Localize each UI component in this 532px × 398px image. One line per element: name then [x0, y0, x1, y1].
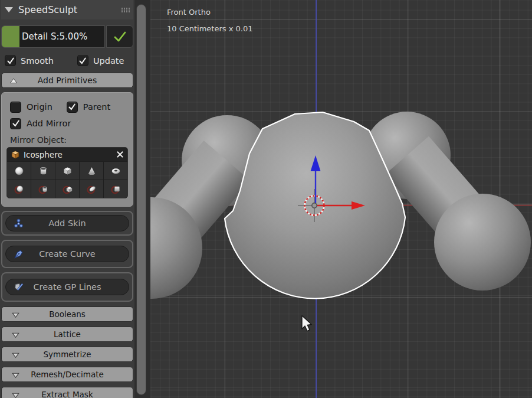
- triangle-down-icon: [11, 331, 20, 340]
- origin-checkbox[interactable]: [10, 102, 21, 113]
- panel-scrollbar-thumb[interactable]: [136, 4, 146, 395]
- create-gp-lines-label: Create GP Lines: [6, 282, 129, 292]
- primitive-metaball-capsule-button[interactable]: [31, 180, 55, 198]
- detail-size-slider[interactable]: Detail S:5.00%: [1, 25, 105, 48]
- create-curve-box: Create Curve: [1, 240, 133, 268]
- blender-window: SpeedSculpt Detail S:5.00% Smooth: [0, 0, 532, 398]
- primitive-sphere-button[interactable]: [7, 162, 31, 180]
- add-skin-label: Add Skin: [6, 218, 129, 228]
- smooth-checkbox[interactable]: [5, 55, 16, 66]
- section-remesh-decimate[interactable]: Remesh/Decimate: [1, 367, 133, 382]
- add-mirror-checkbox[interactable]: [10, 118, 21, 129]
- create-curve-label: Create Curve: [6, 249, 129, 259]
- section-list: Booleans Lattice Symmetrize Remesh/Decim…: [1, 306, 133, 398]
- add-primitives-header-button[interactable]: Add Primitives: [1, 73, 133, 88]
- primitive-torus-button[interactable]: [104, 162, 127, 180]
- clear-object-button[interactable]: [116, 151, 124, 158]
- panel-title: SpeedSculpt: [18, 4, 77, 15]
- section-extract-mask[interactable]: Extract Mask: [1, 387, 133, 398]
- add-mirror-label: Add Mirror: [27, 119, 71, 128]
- add-skin-button[interactable]: Add Skin: [5, 215, 129, 231]
- green-check-icon: [112, 30, 127, 44]
- primitive-grid: [7, 161, 127, 198]
- apply-detail-button[interactable]: [106, 25, 133, 48]
- create-curve-button[interactable]: Create Curve: [5, 246, 129, 262]
- triangle-down-icon: [11, 311, 20, 319]
- primitive-metaball-plane-button[interactable]: [104, 180, 127, 198]
- triangle-up-icon: [9, 76, 18, 86]
- slider-fill: [2, 26, 19, 47]
- triangle-down-icon: [11, 371, 20, 380]
- primitive-cone-button[interactable]: [80, 162, 103, 180]
- mesh-data-icon: [11, 150, 20, 159]
- section-label: Lattice: [54, 330, 81, 339]
- panel-collapse-triangle-icon[interactable]: [5, 7, 13, 12]
- viewport-3d[interactable]: Front Ortho 10 Centimeters x 0.01: [150, 0, 532, 398]
- parent-checkbox[interactable]: [67, 102, 78, 113]
- triangle-down-icon: [11, 391, 20, 398]
- primitive-metaball-ellipsoid-button[interactable]: [80, 180, 103, 198]
- mirror-object-label: Mirror Object:: [10, 135, 128, 145]
- object-name-field[interactable]: Icosphere: [7, 148, 127, 161]
- section-booleans[interactable]: Booleans: [1, 306, 133, 322]
- update-label: Update: [93, 56, 124, 66]
- primitive-cube-button[interactable]: [55, 162, 79, 180]
- section-symmetrize[interactable]: Symmetrize: [1, 347, 133, 362]
- add-primitives-label: Add Primitives: [38, 76, 97, 85]
- section-lattice[interactable]: Lattice: [1, 327, 133, 342]
- create-gp-lines-button[interactable]: Create GP Lines: [5, 279, 129, 295]
- mirror-object-widget: Icosphere: [6, 147, 128, 198]
- speedsculpt-panel: SpeedSculpt Detail S:5.00% Smooth: [0, 0, 134, 398]
- smooth-label: Smooth: [21, 56, 54, 66]
- primitive-metaball-sphere-button[interactable]: [7, 180, 31, 198]
- create-gp-lines-box: Create GP Lines: [1, 272, 133, 302]
- mouse-cursor-icon: [302, 316, 311, 331]
- panel-header[interactable]: SpeedSculpt: [1, 0, 133, 19]
- close-x-icon: [116, 151, 124, 158]
- triangle-down-icon: [11, 351, 20, 360]
- section-label: Symmetrize: [43, 350, 91, 359]
- panel-drag-grip-icon[interactable]: [121, 8, 130, 12]
- smooth-update-row: Smooth Update: [1, 55, 133, 66]
- section-label: Remesh/Decimate: [31, 370, 104, 379]
- origin-label: Origin: [27, 102, 52, 112]
- detail-slider-row: Detail S:5.00%: [1, 25, 133, 48]
- panel-scrollbar-track[interactable]: [134, 0, 150, 398]
- section-label: Extract Mask: [41, 390, 93, 398]
- primitive-metaball-cube-button[interactable]: [55, 180, 79, 198]
- section-label: Booleans: [49, 309, 86, 319]
- parent-label: Parent: [83, 102, 110, 112]
- scene-canvas: [150, 0, 532, 398]
- update-checkbox[interactable]: [77, 55, 88, 66]
- primitive-cylinder-button[interactable]: [31, 162, 55, 180]
- add-skin-box: Add Skin: [1, 211, 133, 236]
- slider-value-text: Detail S:5.00%: [22, 31, 87, 42]
- object-name: Icosphere: [24, 150, 63, 159]
- add-primitives-options-box: Origin Parent Add Mirror Mirror Object:: [1, 92, 133, 207]
